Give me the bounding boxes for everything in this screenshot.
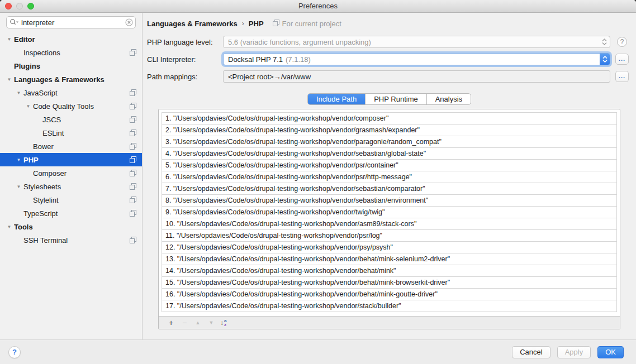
minimize-button (16, 3, 23, 9)
sort-arrow-icon: ↓ (220, 319, 224, 327)
expand-arrow-icon[interactable]: ▼ (14, 90, 23, 95)
project-settings-icon (130, 49, 136, 58)
include-path-panel: 1. "/Users/opdavies/Code/os/drupal-testi… (158, 109, 620, 329)
tab-php-runtime[interactable]: PHP Runtime (366, 94, 427, 104)
php-tabs: Include Path PHP Runtime Analysis (307, 93, 471, 105)
close-button[interactable] (5, 3, 12, 9)
combo-chevrons-icon (600, 53, 610, 65)
cli-interpreter-select[interactable]: Docksal PHP 7.1 (7.1.18) (223, 53, 610, 65)
move-up-button: ▲ (191, 320, 205, 325)
sidebar-item-bower[interactable]: Bower (0, 140, 142, 153)
project-settings-icon (130, 156, 136, 165)
project-settings-icon (130, 183, 136, 191)
titlebar: Preferences (0, 0, 636, 13)
sidebar-item-stylesheets[interactable]: ▼ Stylesheets (0, 180, 142, 193)
include-path-row[interactable]: 5. "/Users/opdavies/Code/os/drupal-testi… (162, 159, 617, 171)
breadcrumb-languages-frameworks[interactable]: Languages & Frameworks (147, 20, 238, 28)
interpreter-version: (7.1.18) (286, 55, 311, 64)
settings-tree: ▼ Editor Inspections Plugins ▼ Languages… (0, 32, 142, 247)
php-form: PHP language level: 5.6 (variadic functi… (143, 36, 636, 88)
sidebar-item-typescript[interactable]: TypeScript (0, 207, 142, 220)
sidebar-item-languages-frameworks[interactable]: ▼ Languages & Frameworks (0, 73, 142, 86)
settings-sidebar: ▼ Editor Inspections Plugins ▼ Languages… (0, 13, 143, 339)
project-settings-icon (130, 89, 136, 98)
project-settings-icon (130, 197, 136, 205)
sidebar-item-jscs[interactable]: JSCS (0, 113, 142, 126)
sidebar-item-editor[interactable]: ▼ Editor (0, 32, 142, 46)
sidebar-item-ssh-terminal[interactable]: SSH Terminal (0, 233, 142, 247)
expand-arrow-icon[interactable]: ▼ (4, 37, 14, 42)
expand-arrow-icon[interactable]: ▼ (14, 157, 23, 162)
preferences-window: Preferences ▼ Editor Inspe (0, 0, 636, 364)
tab-analysis[interactable]: Analysis (427, 94, 471, 104)
dialog-footer: ? Cancel Apply OK (0, 339, 636, 364)
include-path-row[interactable]: 2. "/Users/opdavies/Code/os/drupal-testi… (162, 124, 617, 136)
traffic-lights (5, 3, 34, 9)
add-path-button[interactable]: + (164, 318, 178, 327)
expand-arrow-icon[interactable]: ▼ (4, 224, 14, 229)
list-toolbar: + − ▲ ▼ ↓ a z (159, 316, 620, 329)
apply-button: Apply (557, 346, 591, 358)
interpreter-browse-button[interactable]: ... (615, 54, 629, 65)
sidebar-item-stylelint[interactable]: Stylelint (0, 193, 142, 207)
include-path-row[interactable]: 7. "/Users/opdavies/Code/os/drupal-testi… (162, 183, 617, 195)
breadcrumb: Languages & Frameworks › PHP For current… (147, 18, 636, 29)
sort-alphabetically-button[interactable]: ↓ a z (220, 319, 226, 327)
window-title: Preferences (0, 0, 636, 12)
move-down-button: ▼ (205, 320, 218, 325)
include-path-row[interactable]: 12. "/Users/opdavies/Code/os/drupal-test… (162, 241, 617, 253)
path-mappings-row: Path mappings: <Project root>→/var/www .… (147, 70, 630, 83)
include-path-row[interactable]: 4. "/Users/opdavies/Code/os/drupal-testi… (162, 147, 617, 160)
include-path-row[interactable]: 8. "/Users/opdavies/Code/os/drupal-testi… (162, 194, 617, 207)
language-level-label: PHP language level: (147, 38, 223, 46)
include-path-row[interactable]: 10. "/Users/opdavies/Code/os/drupal-test… (162, 218, 617, 230)
sidebar-item-tools[interactable]: ▼ Tools (0, 220, 142, 233)
sidebar-item-eslint[interactable]: ESLint (0, 126, 142, 140)
include-path-row[interactable]: 6. "/Users/opdavies/Code/os/drupal-testi… (162, 171, 617, 183)
field-help-icon[interactable]: ? (617, 37, 627, 47)
language-level-row: PHP language level: 5.6 (variadic functi… (147, 36, 630, 48)
cancel-button[interactable]: Cancel (512, 346, 550, 358)
include-path-row[interactable]: 13. "/Users/opdavies/Code/os/drupal-test… (162, 253, 617, 265)
path-mappings-label: Path mappings: (147, 73, 223, 81)
help-button[interactable]: ? (8, 346, 21, 358)
scope-indicator: For current project (273, 20, 341, 28)
include-path-row[interactable]: 16. "/Users/opdavies/Code/os/drupal-test… (162, 288, 617, 300)
zoom-button[interactable] (27, 3, 34, 9)
project-settings-icon (130, 116, 136, 124)
include-path-row[interactable]: 15. "/Users/opdavies/Code/os/drupal-test… (162, 276, 617, 289)
sidebar-item-code-quality-tools[interactable]: ▼ Code Quality Tools (0, 99, 142, 113)
sidebar-item-inspections[interactable]: Inspections (0, 46, 142, 59)
sidebar-item-php[interactable]: ▼ PHP (0, 153, 142, 166)
project-settings-icon (130, 210, 136, 218)
path-mappings-browse-button[interactable]: ... (615, 71, 629, 82)
tab-include-path[interactable]: Include Path (308, 94, 366, 104)
remove-path-button: − (178, 318, 191, 327)
path-mappings-field[interactable]: <Project root>→/var/www (223, 70, 610, 83)
include-path-row[interactable]: 9. "/Users/opdavies/Code/os/drupal-testi… (162, 206, 617, 218)
php-settings-panel: Languages & Frameworks › PHP For current… (143, 13, 636, 339)
stepper-chevrons-icon (601, 38, 607, 46)
include-path-row[interactable]: 3. "/Users/opdavies/Code/os/drupal-testi… (162, 136, 617, 148)
include-path-row[interactable]: 11. "/Users/opdavies/Code/os/drupal-test… (162, 229, 617, 242)
include-path-row[interactable]: 17. "/Users/opdavies/Code/os/drupal-test… (162, 300, 617, 312)
sidebar-item-plugins[interactable]: Plugins (0, 59, 142, 73)
clear-search-icon[interactable] (125, 18, 133, 28)
cli-interpreter-row: CLI Interpreter: Docksal PHP 7.1 (7.1.18… (147, 53, 630, 65)
include-path-list[interactable]: 1. "/Users/opdavies/Code/os/drupal-testi… (159, 109, 620, 316)
sidebar-item-javascript[interactable]: ▼ JavaScript (0, 86, 142, 99)
include-path-row[interactable]: 1. "/Users/opdavies/Code/os/drupal-testi… (162, 112, 617, 124)
expand-arrow-icon[interactable]: ▼ (14, 184, 23, 189)
search-field-wrap (6, 16, 136, 28)
sidebar-item-composer[interactable]: Composer (0, 166, 142, 180)
expand-arrow-icon[interactable]: ▼ (4, 77, 14, 82)
include-path-row[interactable]: 14. "/Users/opdavies/Code/os/drupal-test… (162, 265, 617, 277)
search-icon (10, 18, 18, 28)
expand-arrow-icon[interactable]: ▼ (23, 104, 33, 109)
ok-button[interactable]: OK (597, 346, 624, 358)
search-input[interactable] (6, 16, 136, 28)
language-level-select[interactable]: 5.6 (variadic functions, argument unpack… (223, 36, 610, 48)
scope-label: For current project (282, 20, 341, 28)
project-scope-icon (273, 20, 279, 28)
project-settings-icon (130, 170, 136, 178)
